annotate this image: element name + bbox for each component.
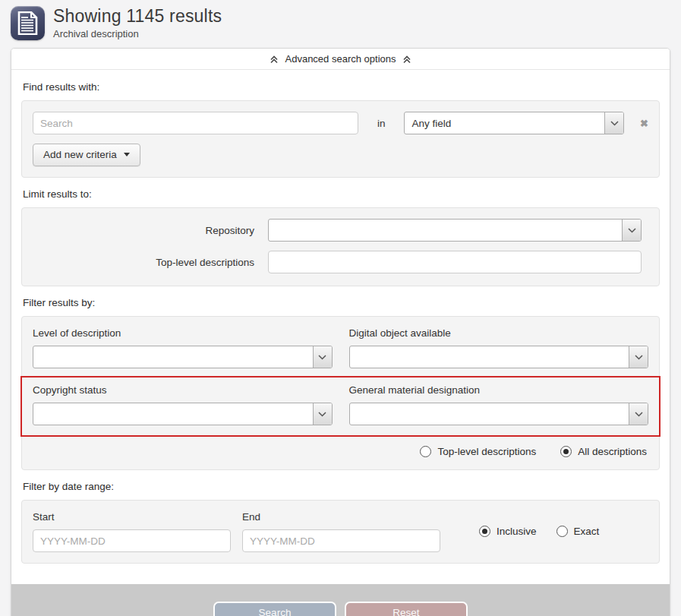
search-button[interactable]: Search — [213, 602, 336, 616]
search-field-select[interactable]: Any field — [404, 112, 624, 134]
limit-section-label: Limit results to: — [23, 188, 660, 200]
chevron-down-icon — [629, 346, 648, 368]
chevron-down-icon — [622, 220, 641, 241]
radio-unchecked-icon — [556, 526, 568, 537]
chevron-down-icon — [629, 403, 648, 425]
chevron-down-icon — [313, 346, 332, 368]
radio-exact-label: Exact — [574, 526, 600, 537]
find-section-label: Find results with: — [23, 81, 660, 93]
repository-select[interactable] — [268, 219, 642, 242]
reset-button[interactable]: Reset — [345, 602, 468, 616]
radio-all-descriptions[interactable]: All descriptions — [560, 446, 647, 457]
chevron-down-icon — [604, 112, 623, 134]
find-criteria-well: in Any field ✖ Add new criteria — [21, 100, 660, 178]
advanced-search-panel: Advanced search options Find results wit… — [11, 48, 670, 616]
end-date-input[interactable] — [242, 529, 440, 552]
date-range-well: Start End Inclusive Exact — [21, 500, 660, 564]
radio-top-level-descriptions-label: Top-level descriptions — [437, 446, 536, 457]
radio-exact[interactable]: Exact — [556, 526, 600, 537]
toplevel-descriptions-label: Top-level descriptions — [33, 257, 268, 268]
search-field-select-value: Any field — [411, 118, 451, 129]
copyright-status-label: Copyright status — [33, 384, 333, 396]
radio-checked-icon — [479, 526, 490, 537]
repository-label: Repository — [33, 225, 268, 236]
toplevel-descriptions-input[interactable] — [268, 251, 642, 273]
radio-all-descriptions-label: All descriptions — [578, 446, 647, 457]
end-date-label: End — [242, 511, 440, 523]
chevrons-up-icon — [402, 55, 411, 64]
document-glyph — [17, 11, 38, 35]
chevron-down-icon — [313, 403, 332, 425]
caret-down-icon — [124, 153, 130, 156]
level-of-description-select[interactable] — [33, 346, 333, 368]
add-new-criteria-label: Add new criteria — [43, 149, 117, 160]
copyright-status-select[interactable] — [33, 403, 333, 425]
filter-section-label: Filter results by: — [23, 297, 660, 308]
radio-top-level-descriptions[interactable]: Top-level descriptions — [420, 446, 536, 457]
page-title: Showing 1145 results — [53, 6, 222, 27]
digital-object-available-label: Digital object available — [349, 327, 649, 339]
remove-criteria-icon[interactable]: ✖ — [640, 118, 648, 129]
archival-description-document-icon — [11, 6, 45, 40]
level-of-description-label: Level of description — [33, 327, 333, 339]
date-section-label: Filter by date range: — [23, 481, 660, 492]
add-new-criteria-button[interactable]: Add new criteria — [33, 144, 140, 166]
general-material-designation-select[interactable] — [349, 403, 649, 425]
start-date-input[interactable] — [33, 529, 231, 552]
advanced-search-toggle-label: Advanced search options — [285, 53, 396, 65]
radio-checked-icon — [560, 446, 572, 457]
advanced-search-toggle[interactable]: Advanced search options — [11, 49, 670, 70]
radio-unchecked-icon — [420, 446, 431, 457]
page-header: Showing 1145 results Archival descriptio… — [0, 0, 681, 45]
limit-well: Repository Top-level descriptions — [21, 207, 660, 286]
action-bar: Search Reset — [11, 584, 670, 616]
general-material-designation-label: General material designation — [349, 384, 649, 396]
chevrons-up-icon — [270, 55, 279, 64]
radio-inclusive-label: Inclusive — [497, 526, 537, 537]
digital-object-available-select[interactable] — [349, 346, 649, 368]
highlighted-filter-row: Copyright status General material design… — [20, 376, 661, 437]
search-query-input[interactable] — [33, 112, 358, 134]
radio-inclusive[interactable]: Inclusive — [479, 526, 537, 537]
start-date-label: Start — [33, 511, 231, 523]
filter-well: Level of description Digital object avai… — [21, 316, 660, 470]
in-label: in — [358, 118, 405, 129]
page-subtitle: Archival description — [53, 28, 222, 39]
